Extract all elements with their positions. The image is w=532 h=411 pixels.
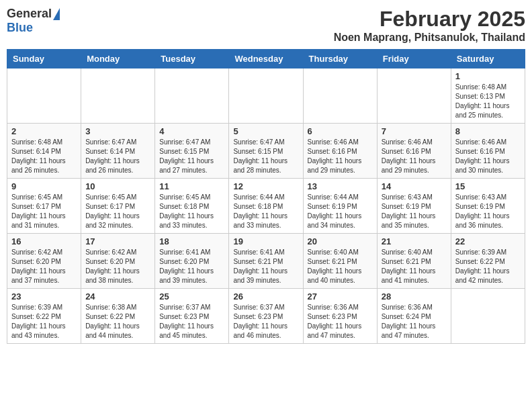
- day-number: 6: [308, 126, 373, 136]
- page-header: General Blue February 2025 Noen Maprang,…: [7, 7, 525, 44]
- calendar-title: February 2025: [334, 7, 525, 32]
- logo-general-text: General: [7, 7, 52, 21]
- calendar-day-header: Tuesday: [155, 50, 229, 68]
- day-number: 21: [382, 236, 447, 246]
- calendar-day-cell: 11Sunrise: 6:45 AM Sunset: 6:18 PM Dayli…: [155, 179, 229, 234]
- day-number: 27: [308, 291, 373, 302]
- day-info: Sunrise: 6:42 AM Sunset: 6:20 PM Dayligh…: [85, 248, 150, 285]
- calendar-day-cell: 19Sunrise: 6:41 AM Sunset: 6:21 PM Dayli…: [229, 234, 303, 289]
- calendar-week-row: 9Sunrise: 6:45 AM Sunset: 6:17 PM Daylig…: [7, 179, 525, 234]
- day-info: Sunrise: 6:41 AM Sunset: 6:20 PM Dayligh…: [159, 248, 224, 285]
- day-number: 17: [85, 236, 150, 246]
- day-info: Sunrise: 6:36 AM Sunset: 6:24 PM Dayligh…: [382, 303, 447, 340]
- calendar-day-cell: 13Sunrise: 6:44 AM Sunset: 6:19 PM Dayli…: [303, 179, 377, 234]
- day-number: 2: [11, 126, 77, 136]
- day-number: 11: [159, 181, 224, 191]
- calendar-day-cell: 26Sunrise: 6:37 AM Sunset: 6:23 PM Dayli…: [229, 289, 303, 344]
- day-info: Sunrise: 6:36 AM Sunset: 6:23 PM Dayligh…: [308, 303, 373, 340]
- calendar-day-cell: 24Sunrise: 6:38 AM Sunset: 6:22 PM Dayli…: [81, 289, 155, 344]
- logo: General Blue: [7, 7, 60, 35]
- calendar-day-cell: 10Sunrise: 6:45 AM Sunset: 6:17 PM Dayli…: [81, 179, 155, 234]
- calendar-day-cell: 4Sunrise: 6:47 AM Sunset: 6:15 PM Daylig…: [155, 124, 229, 179]
- calendar-day-cell: 25Sunrise: 6:37 AM Sunset: 6:23 PM Dayli…: [155, 289, 229, 344]
- day-number: 10: [85, 181, 150, 191]
- day-number: 28: [382, 291, 447, 302]
- calendar-header-row: SundayMondayTuesdayWednesdayThursdayFrid…: [7, 50, 525, 68]
- calendar-day-cell: 23Sunrise: 6:39 AM Sunset: 6:22 PM Dayli…: [7, 289, 81, 344]
- day-info: Sunrise: 6:37 AM Sunset: 6:23 PM Dayligh…: [233, 303, 298, 340]
- day-info: Sunrise: 6:46 AM Sunset: 6:16 PM Dayligh…: [455, 138, 521, 175]
- calendar-day-cell: 1Sunrise: 6:48 AM Sunset: 6:13 PM Daylig…: [451, 68, 525, 124]
- calendar-day-cell: 5Sunrise: 6:47 AM Sunset: 6:15 PM Daylig…: [229, 124, 303, 179]
- day-info: Sunrise: 6:37 AM Sunset: 6:23 PM Dayligh…: [159, 303, 224, 340]
- day-info: Sunrise: 6:40 AM Sunset: 6:21 PM Dayligh…: [308, 248, 373, 285]
- day-number: 12: [233, 181, 298, 191]
- calendar-day-cell: 6Sunrise: 6:46 AM Sunset: 6:16 PM Daylig…: [303, 124, 377, 179]
- calendar-week-row: 23Sunrise: 6:39 AM Sunset: 6:22 PM Dayli…: [7, 289, 525, 344]
- calendar-table: SundayMondayTuesdayWednesdayThursdayFrid…: [7, 49, 525, 344]
- calendar-day-cell: [303, 68, 377, 124]
- calendar-week-row: 16Sunrise: 6:42 AM Sunset: 6:20 PM Dayli…: [7, 234, 525, 289]
- day-info: Sunrise: 6:42 AM Sunset: 6:20 PM Dayligh…: [11, 248, 77, 285]
- calendar-day-header: Saturday: [451, 50, 525, 68]
- day-number: 1: [455, 71, 521, 81]
- calendar-day-cell: 15Sunrise: 6:43 AM Sunset: 6:19 PM Dayli…: [451, 179, 525, 234]
- day-number: 22: [455, 236, 521, 246]
- day-info: Sunrise: 6:47 AM Sunset: 6:15 PM Dayligh…: [159, 138, 224, 175]
- day-info: Sunrise: 6:40 AM Sunset: 6:21 PM Dayligh…: [382, 248, 447, 285]
- day-info: Sunrise: 6:44 AM Sunset: 6:18 PM Dayligh…: [233, 193, 298, 230]
- day-number: 25: [159, 291, 224, 302]
- day-info: Sunrise: 6:39 AM Sunset: 6:22 PM Dayligh…: [11, 303, 77, 340]
- calendar-day-cell: 7Sunrise: 6:46 AM Sunset: 6:16 PM Daylig…: [377, 124, 451, 179]
- calendar-day-cell: 8Sunrise: 6:46 AM Sunset: 6:16 PM Daylig…: [451, 124, 525, 179]
- day-info: Sunrise: 6:39 AM Sunset: 6:22 PM Dayligh…: [455, 248, 521, 285]
- day-info: Sunrise: 6:45 AM Sunset: 6:18 PM Dayligh…: [159, 193, 224, 230]
- day-info: Sunrise: 6:38 AM Sunset: 6:22 PM Dayligh…: [85, 303, 150, 340]
- calendar-day-cell: [229, 68, 303, 124]
- day-info: Sunrise: 6:43 AM Sunset: 6:19 PM Dayligh…: [455, 193, 521, 230]
- calendar-day-cell: [377, 68, 451, 124]
- logo-triangle-icon: [53, 8, 60, 20]
- day-number: 14: [382, 181, 447, 191]
- day-number: 18: [159, 236, 224, 246]
- day-number: 9: [11, 181, 77, 191]
- calendar-day-header: Monday: [81, 50, 155, 68]
- day-info: Sunrise: 6:44 AM Sunset: 6:19 PM Dayligh…: [308, 193, 373, 230]
- day-number: 13: [308, 181, 373, 191]
- day-number: 5: [233, 126, 298, 136]
- day-number: 8: [455, 126, 521, 136]
- calendar-subtitle: Noen Maprang, Phitsanulok, Thailand: [334, 32, 525, 44]
- day-number: 3: [85, 126, 150, 136]
- calendar-day-cell: 27Sunrise: 6:36 AM Sunset: 6:23 PM Dayli…: [303, 289, 377, 344]
- day-number: 23: [11, 291, 77, 302]
- calendar-day-header: Sunday: [7, 50, 81, 68]
- day-number: 7: [382, 126, 447, 136]
- day-number: 4: [159, 126, 224, 136]
- calendar-day-cell: [81, 68, 155, 124]
- day-number: 19: [233, 236, 298, 246]
- calendar-day-cell: 14Sunrise: 6:43 AM Sunset: 6:19 PM Dayli…: [377, 179, 451, 234]
- calendar-day-cell: [155, 68, 229, 124]
- day-info: Sunrise: 6:45 AM Sunset: 6:17 PM Dayligh…: [85, 193, 150, 230]
- calendar-week-row: 1Sunrise: 6:48 AM Sunset: 6:13 PM Daylig…: [7, 68, 525, 124]
- calendar-day-cell: 9Sunrise: 6:45 AM Sunset: 6:17 PM Daylig…: [7, 179, 81, 234]
- calendar-day-cell: 17Sunrise: 6:42 AM Sunset: 6:20 PM Dayli…: [81, 234, 155, 289]
- day-number: 15: [455, 181, 521, 191]
- day-info: Sunrise: 6:47 AM Sunset: 6:14 PM Dayligh…: [85, 138, 150, 175]
- day-info: Sunrise: 6:43 AM Sunset: 6:19 PM Dayligh…: [382, 193, 447, 230]
- calendar-day-cell: [451, 289, 525, 344]
- day-number: 26: [233, 291, 298, 302]
- calendar-day-cell: 3Sunrise: 6:47 AM Sunset: 6:14 PM Daylig…: [81, 124, 155, 179]
- logo-blue-text: Blue: [7, 21, 33, 35]
- day-info: Sunrise: 6:41 AM Sunset: 6:21 PM Dayligh…: [233, 248, 298, 285]
- calendar-day-cell: 28Sunrise: 6:36 AM Sunset: 6:24 PM Dayli…: [377, 289, 451, 344]
- calendar-day-cell: [7, 68, 81, 124]
- calendar-day-header: Wednesday: [229, 50, 303, 68]
- calendar-day-header: Thursday: [303, 50, 377, 68]
- calendar-day-cell: 18Sunrise: 6:41 AM Sunset: 6:20 PM Dayli…: [155, 234, 229, 289]
- day-number: 16: [11, 236, 77, 246]
- day-info: Sunrise: 6:48 AM Sunset: 6:13 PM Dayligh…: [455, 83, 521, 120]
- calendar-day-cell: 22Sunrise: 6:39 AM Sunset: 6:22 PM Dayli…: [451, 234, 525, 289]
- calendar-week-row: 2Sunrise: 6:48 AM Sunset: 6:14 PM Daylig…: [7, 124, 525, 179]
- calendar-day-cell: 20Sunrise: 6:40 AM Sunset: 6:21 PM Dayli…: [303, 234, 377, 289]
